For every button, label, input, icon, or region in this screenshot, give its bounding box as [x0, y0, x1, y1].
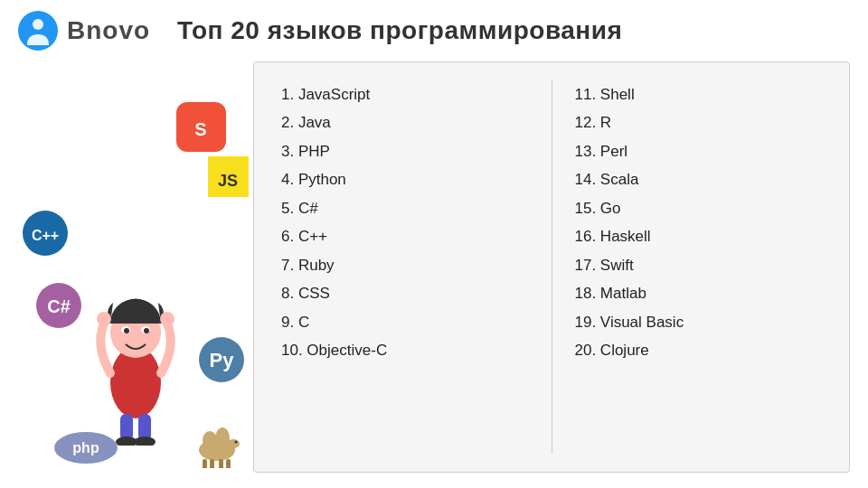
svg-text:php: php — [72, 440, 99, 455]
developer-character — [86, 265, 185, 446]
svg-rect-31 — [210, 459, 214, 468]
list-item: 14. Scala — [575, 165, 823, 193]
list-item: 9. C — [281, 308, 529, 336]
swift-icon: S — [176, 102, 226, 152]
list-item: 19. Visual Basic — [575, 308, 823, 336]
main-content: Py S JS C# — [0, 61, 868, 482]
list-item: 7. Ruby — [281, 251, 529, 279]
bnovo-logo-icon — [18, 11, 58, 51]
list-item: 10. Objective-C — [281, 336, 529, 364]
svg-text:C++: C++ — [32, 228, 59, 243]
camel-icon — [190, 418, 240, 468]
list-item: 2. Java — [281, 108, 529, 136]
svg-text:Py: Py — [210, 349, 235, 371]
svg-point-1 — [33, 19, 43, 30]
cpp-icon: C++ — [23, 211, 68, 256]
svg-point-21 — [134, 436, 156, 446]
logo-area: Bnovo — [18, 11, 150, 51]
svg-text:S: S — [194, 119, 206, 139]
header: Bnovo Топ 20 языков программирования — [0, 0, 868, 61]
js-icon: JS — [208, 156, 249, 197]
svg-point-25 — [203, 431, 217, 449]
list-item: 12. R — [575, 108, 823, 136]
list-item: 1. JavaScript — [281, 80, 529, 108]
list-item: 18. Matlab — [575, 279, 823, 307]
list-item: 8. CSS — [281, 279, 529, 307]
list-item: 15. Go — [575, 194, 823, 222]
svg-text:JS: JS — [218, 172, 238, 190]
svg-rect-30 — [203, 459, 207, 468]
left-list-column: 1. JavaScript 2. Java 3. PHP 4. Python 5… — [263, 80, 547, 454]
python-icon: Py — [199, 337, 244, 382]
php-icon: php — [54, 432, 118, 464]
csharp-icon: C# — [36, 283, 81, 328]
list-item: 13. Perl — [575, 137, 823, 165]
svg-point-29 — [235, 441, 238, 444]
list-item: 20. Clojure — [575, 336, 823, 364]
list-item: 4. Python — [281, 165, 529, 193]
list-item: 5. C# — [281, 194, 529, 222]
logo-text: Bnovo — [67, 16, 150, 45]
languages-list-container: 1. JavaScript 2. Java 3. PHP 4. Python 5… — [253, 61, 850, 473]
list-item: 6. C++ — [281, 222, 529, 250]
list-item: 3. PHP — [281, 137, 529, 165]
svg-point-26 — [215, 427, 230, 449]
svg-rect-32 — [219, 459, 223, 468]
column-divider — [552, 80, 552, 454]
character-area: Py S JS C# — [18, 93, 253, 473]
svg-point-14 — [124, 328, 129, 333]
svg-point-16 — [97, 312, 111, 326]
illustrations-area: Py S JS C# — [18, 61, 253, 473]
list-item: 11. Shell — [575, 80, 823, 108]
list-item: 17. Swift — [575, 251, 823, 279]
svg-rect-28 — [228, 441, 235, 450]
right-list-column: 11. Shell 12. R 13. Perl 14. Scala 15. G… — [557, 80, 841, 454]
page-title: Топ 20 языков программирования — [177, 16, 622, 45]
svg-point-15 — [144, 328, 149, 333]
svg-rect-33 — [226, 459, 231, 468]
svg-point-17 — [160, 312, 175, 326]
list-item: 16. Haskell — [575, 222, 823, 250]
svg-text:C#: C# — [47, 296, 71, 316]
